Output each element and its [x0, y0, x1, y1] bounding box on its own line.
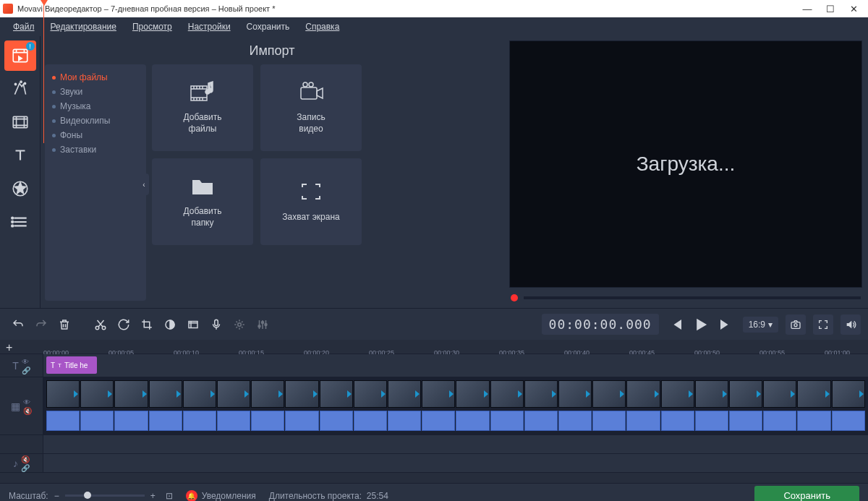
volume-button[interactable]: [841, 314, 861, 335]
video-clip-thumb[interactable]: [456, 380, 489, 408]
video-clip-thumb[interactable]: [149, 380, 182, 408]
audio-clip-segment[interactable]: [763, 411, 796, 431]
undo-button[interactable]: [7, 314, 29, 335]
video-clip-thumb[interactable]: [661, 380, 694, 408]
audio-clip-segment[interactable]: [832, 411, 865, 431]
track-visible-toggle[interactable]: 👁: [23, 398, 32, 406]
video-clip-thumb[interactable]: [183, 380, 216, 408]
video-clip-thumb[interactable]: [217, 380, 250, 408]
audio-clip-segment[interactable]: [388, 411, 421, 431]
cut-button[interactable]: [90, 314, 111, 335]
video-clip-thumb[interactable]: [422, 380, 455, 408]
video-track-content[interactable]: [43, 377, 868, 434]
video-clip-thumb[interactable]: [490, 380, 524, 408]
audio-clip-segment[interactable]: [183, 411, 216, 431]
audio-clip-segment[interactable]: [695, 411, 728, 431]
audio-clip-segment[interactable]: [592, 411, 626, 431]
audio-clip-segment[interactable]: [558, 411, 592, 431]
video-clip-thumb[interactable]: [114, 380, 148, 408]
notifications-button[interactable]: 🔔 Уведомления: [186, 490, 256, 502]
tile-capture-screen[interactable]: Захват экрана: [260, 158, 362, 245]
audio-clip-segment[interactable]: [285, 411, 318, 431]
zoom-in-button[interactable]: +: [150, 491, 156, 501]
audio-clip-segment[interactable]: [217, 411, 250, 431]
video-clip-thumb[interactable]: [388, 380, 421, 408]
video-clip-thumb[interactable]: [251, 380, 284, 408]
minimize-button[interactable]: —: [796, 1, 819, 17]
menu-file[interactable]: Файл: [6, 19, 42, 35]
tool-more[interactable]: [4, 207, 36, 237]
audio-clip-segment[interactable]: [80, 411, 114, 431]
video-clip-thumb[interactable]: [695, 380, 728, 408]
video-clip-thumb[interactable]: [46, 380, 80, 408]
menu-view[interactable]: Просмотр: [125, 19, 179, 35]
audio-clip-segment[interactable]: [490, 411, 524, 431]
tool-filters[interactable]: [4, 74, 36, 104]
save-button[interactable]: Сохранить: [754, 486, 859, 501]
zoom-slider[interactable]: [65, 494, 145, 497]
title-track-content[interactable]: TT Title he: [43, 354, 868, 377]
audio-clip-segment[interactable]: [524, 411, 558, 431]
aspect-ratio-button[interactable]: 16:9 ▾: [743, 317, 778, 333]
audio-clip-segment[interactable]: [729, 411, 762, 431]
menu-settings[interactable]: Настройки: [181, 19, 238, 35]
playhead[interactable]: [43, 0, 44, 143]
color-button[interactable]: [159, 314, 181, 335]
track-link-toggle[interactable]: 🔗: [22, 367, 30, 374]
equalizer-button[interactable]: [252, 314, 273, 335]
video-clip-thumb[interactable]: [832, 380, 865, 408]
audio-clip-segment[interactable]: [797, 411, 830, 431]
video-clip-thumb[interactable]: [763, 380, 796, 408]
menu-help[interactable]: Справка: [298, 19, 346, 35]
mic-button[interactable]: [205, 314, 227, 335]
tile-record-video[interactable]: Запись видео: [260, 64, 362, 151]
audio-clip-segment[interactable]: [354, 411, 387, 431]
cat-sounds[interactable]: Звуки: [52, 85, 139, 99]
audio-clip-segment[interactable]: [114, 411, 148, 431]
video-clip-thumb[interactable]: [80, 380, 114, 408]
track-link-toggle[interactable]: 🔗: [21, 464, 30, 471]
fullscreen-button[interactable]: [813, 314, 833, 335]
audio-clip-segment[interactable]: [422, 411, 455, 431]
delete-button[interactable]: [54, 314, 75, 335]
tool-stickers[interactable]: [4, 174, 36, 204]
video-clip-thumb[interactable]: [354, 380, 387, 408]
preview-seek[interactable]: [509, 288, 862, 304]
title-clip[interactable]: TT Title he: [46, 356, 97, 374]
music-track-content[interactable]: [43, 454, 868, 472]
preview-screen[interactable]: Загрузка...: [509, 40, 862, 288]
audio-clip-segment[interactable]: [320, 411, 353, 431]
add-track-button[interactable]: +: [6, 341, 12, 354]
video-clip-thumb[interactable]: [626, 380, 660, 408]
prev-frame-button[interactable]: [666, 314, 686, 335]
collapse-categories-button[interactable]: ‹: [139, 174, 149, 195]
zoom-fit-button[interactable]: ⊡: [166, 491, 173, 501]
seek-track[interactable]: [524, 296, 861, 299]
video-clip-thumb[interactable]: [285, 380, 318, 408]
track-visible-toggle[interactable]: 👁: [22, 358, 30, 365]
close-button[interactable]: ✕: [842, 1, 865, 17]
tile-add-folder[interactable]: Добавить папку: [152, 158, 253, 245]
track-mute-toggle[interactable]: 🔇: [21, 455, 30, 463]
redo-button[interactable]: [30, 314, 52, 335]
zoom-out-button[interactable]: −: [54, 491, 59, 501]
audio-clip-segment[interactable]: [149, 411, 182, 431]
maximize-button[interactable]: ☐: [819, 1, 842, 17]
crop-button[interactable]: [136, 314, 158, 335]
tool-titles[interactable]: [4, 140, 36, 171]
video-clip-thumb[interactable]: [524, 380, 558, 408]
audio-clip-segment[interactable]: [456, 411, 489, 431]
video-clip-thumb[interactable]: [320, 380, 353, 408]
tool-import[interactable]: !: [4, 40, 36, 71]
audio-clip-segment[interactable]: [661, 411, 694, 431]
tile-add-files[interactable]: Добавить файлы: [152, 64, 253, 151]
play-button[interactable]: [691, 314, 711, 335]
clip-props-button[interactable]: [182, 314, 204, 335]
tool-transitions[interactable]: [4, 107, 36, 137]
cat-music[interactable]: Музыка: [52, 99, 139, 114]
snapshot-button[interactable]: [786, 314, 806, 335]
cat-backgrounds[interactable]: Фоны: [52, 128, 139, 142]
cat-videoclips[interactable]: Видеоклипы: [52, 114, 139, 128]
time-ruler[interactable]: + 00:00:0000:00:0500:00:1000:00:1500:00:…: [0, 340, 868, 354]
menu-save[interactable]: Сохранить: [239, 19, 297, 35]
